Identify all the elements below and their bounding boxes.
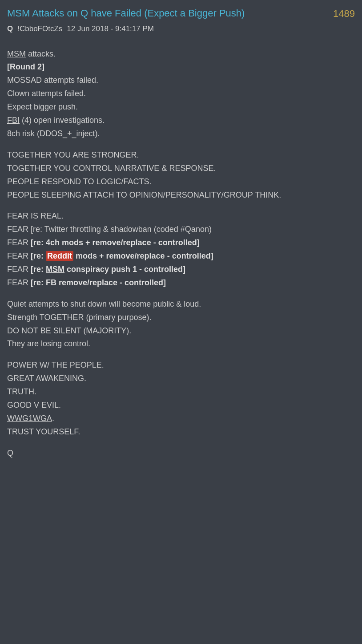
author-label: Q — [7, 24, 13, 33]
line-trust-yourself: TRUST YOURSELF. — [7, 426, 355, 438]
line-strength: Strength TOGETHER (primary purpose). — [7, 312, 355, 324]
line-fbi: FBI (4) open investigations. — [7, 114, 355, 127]
wwg1wga-text: WWG1WGA — [7, 414, 52, 423]
line-mossad: MOSSAD attempts failed. — [7, 74, 355, 87]
fb-underline-text: FB — [46, 278, 56, 287]
line-fear-reddit: FEAR [re: Reddit mods + remove/replace -… — [7, 250, 355, 263]
spacer5 — [7, 439, 355, 447]
fear-msm-bracket: [re: MSM conspiracy push 1 - controlled] — [31, 265, 185, 274]
line-losing-control: They are losing control. — [7, 338, 355, 350]
line-people-logic: PEOPLE RESPOND TO LOGIC/FACTS. — [7, 176, 355, 188]
spacer4 — [7, 351, 355, 359]
line-clown: Clown attempts failed. — [7, 88, 355, 100]
line-good-evil: GOOD V EVIL. — [7, 399, 355, 412]
line-power: POWER W/ THE PEOPLE. — [7, 359, 355, 372]
post-title: MSM Attacks on Q have Failed (Expect a B… — [7, 7, 328, 20]
line-together-control: TOGETHER YOU CONTROL NARRATIVE & RESPONS… — [7, 162, 355, 175]
fbi-text: FBI — [7, 116, 20, 125]
timestamp: 12 Jun 2018 - 9:41:17 PM — [67, 24, 154, 33]
line-q-signature: Q — [7, 447, 355, 460]
fear-reddit-bracket: [re: Reddit mods + remove/replace - cont… — [31, 251, 213, 261]
line-expect: Expect bigger push. — [7, 101, 355, 113]
line-people-sleeping: PEOPLE SLEEPING ATTACH TO OPINION/PERSON… — [7, 189, 355, 202]
line-wwg1wga: WWG1WGA. — [7, 413, 355, 425]
post-meta: Q !CbboFOtcZs 12 Jun 2018 - 9:41:17 PM — [7, 24, 355, 33]
fear-4ch-bracket: [re: 4ch mods + remove/replace - control… — [31, 238, 200, 247]
line-together-stronger: TOGETHER YOU ARE STRONGER. — [7, 149, 355, 162]
line-fear-twitter: FEAR [re: Twitter throttling & shadowban… — [7, 223, 355, 236]
title-row: MSM Attacks on Q have Failed (Expect a B… — [7, 7, 355, 20]
line-round2: [Round 2] — [7, 61, 355, 73]
post-number: 1489 — [333, 7, 355, 20]
post-header: MSM Attacks on Q have Failed (Expect a B… — [0, 0, 362, 39]
round2-text: [Round 2] — [7, 62, 44, 71]
line-8ch: 8ch risk (DDOS_+_inject). — [7, 128, 355, 140]
msm-text: MSM — [7, 49, 26, 58]
line-msm-attacks: MSM attacks. — [7, 48, 355, 61]
line-fear-real: FEAR IS REAL. — [7, 210, 355, 223]
msm-underline-text: MSM — [46, 265, 64, 274]
line-fear-fb: FEAR [re: FB remove/replace - controlled… — [7, 277, 355, 289]
post-content: MSM attacks. [Round 2] MOSSAD attempts f… — [0, 39, 362, 470]
reddit-highlight-text: Reddit — [46, 251, 73, 261]
line-quiet: Quiet attempts to shut down will become … — [7, 298, 355, 311]
tripcode: !CbboFOtcZs — [17, 24, 62, 33]
line-fear-msm: FEAR [re: MSM conspiracy push 1 - contro… — [7, 263, 355, 276]
line-fear-4ch: FEAR [re: 4ch mods + remove/replace - co… — [7, 237, 355, 249]
spacer1 — [7, 141, 355, 149]
line-truth: TRUTH. — [7, 386, 355, 398]
fear-fb-bracket: [re: FB remove/replace - controlled] — [31, 278, 166, 287]
spacer2 — [7, 202, 355, 210]
spacer3 — [7, 290, 355, 298]
line-do-not-silent: DO NOT BE SILENT (MAJORITY). — [7, 325, 355, 337]
line-great-awakening: GREAT AWAKENING. — [7, 373, 355, 385]
